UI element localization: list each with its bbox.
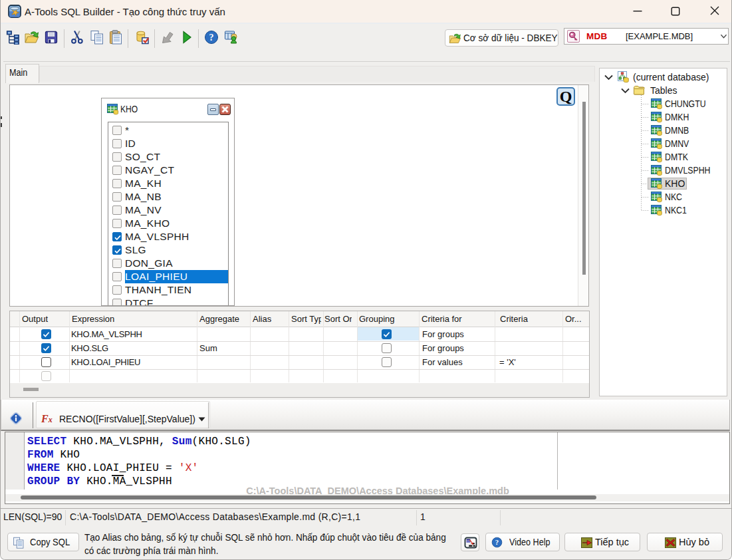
svg-text:?: ? <box>495 538 499 546</box>
svg-text:?: ? <box>209 33 214 43</box>
